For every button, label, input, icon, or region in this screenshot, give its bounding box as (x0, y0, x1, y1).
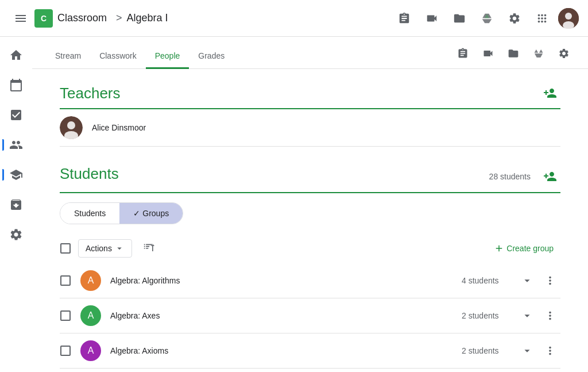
tab-actions (452, 43, 574, 68)
students-header: Students 28 students (60, 165, 560, 187)
app-logo: C (34, 9, 53, 28)
sidebar-item-archive[interactable] (2, 191, 30, 218)
group-more-button[interactable] (540, 305, 560, 326)
actions-dropdown[interactable]: Actions (78, 239, 132, 258)
breadcrumb-separator: > (116, 12, 122, 24)
students-divider (60, 192, 560, 193)
plus-icon (494, 243, 504, 254)
main-layout: Stream Classwork People Grades (0, 37, 588, 372)
actions-label: Actions (86, 244, 112, 253)
group-list: A Algebra: Algorithms 4 students A Algeb… (60, 263, 560, 369)
group-row: A Algebra: Algorithms 4 students (60, 263, 560, 298)
drive-tab-action-btn[interactable] (528, 43, 549, 64)
teachers-section-title: Teachers (60, 83, 560, 103)
sidebar-item-people[interactable] (2, 131, 30, 159)
menu-icon-button[interactable] (9, 7, 32, 30)
apps-icon-button[interactable] (531, 7, 554, 30)
create-group-label: Create group (506, 244, 554, 253)
teachers-title-text: Teachers (60, 85, 121, 102)
sidebar (0, 37, 32, 372)
add-teacher-button[interactable] (540, 83, 560, 103)
settings-icon-button[interactable] (503, 7, 526, 30)
group-actions (517, 305, 560, 326)
check-icon: ✓ (133, 209, 140, 218)
group-name: Algebra: Algorithms (110, 276, 452, 285)
group-row: A Algebra: Axioms 2 students (60, 333, 560, 369)
sidebar-item-home[interactable] (2, 41, 30, 69)
create-group-button[interactable]: Create group (487, 239, 560, 258)
folder-icon-button[interactable] (448, 7, 471, 30)
students-section: Students 28 students Students ✓Groups (60, 165, 560, 369)
more-vert-icon (544, 344, 556, 357)
sidebar-item-settings[interactable] (2, 221, 30, 248)
svg-point-4 (67, 121, 75, 129)
checkbox-visual (60, 346, 71, 356)
folder-tab-action-btn[interactable] (503, 43, 524, 64)
select-all-checkbox[interactable] (60, 243, 71, 254)
page-content: Teachers Alice Dinsmoor Students (32, 69, 588, 372)
topbar-icons (393, 7, 579, 30)
topbar: C Classroom > Algebra I (0, 0, 588, 37)
teacher-row: Alice Dinsmoor (60, 109, 560, 147)
group-more-button[interactable] (540, 340, 560, 361)
video-tab-action-btn[interactable] (478, 43, 498, 64)
chevron-down-icon (521, 309, 533, 322)
add-student-button[interactable] (540, 166, 560, 187)
group-icon: A (80, 305, 101, 326)
students-title-text: Students (60, 165, 119, 183)
tab-stream[interactable]: Stream (46, 44, 90, 69)
more-vert-icon (544, 274, 556, 287)
tab-classwork[interactable]: Classwork (90, 44, 146, 69)
toggle-groups-label: Groups (142, 209, 169, 218)
expand-group-button[interactable] (517, 305, 537, 326)
assignment-tab-action-btn[interactable] (452, 43, 473, 64)
chevron-down-icon (521, 344, 533, 357)
group-checkbox[interactable] (60, 310, 71, 321)
logo-letter: C (41, 14, 47, 23)
more-vert-icon (544, 309, 556, 322)
sort-az-button[interactable] (139, 238, 160, 259)
group-name: Algebra: Axes (110, 311, 452, 320)
group-checkbox[interactable] (60, 345, 71, 356)
video-icon-button[interactable] (420, 7, 443, 30)
checkbox-visual (60, 243, 71, 254)
teachers-section: Teachers Alice Dinsmoor (60, 83, 560, 147)
sidebar-active-indicator2 (2, 169, 4, 181)
actions-row: Actions Create group (60, 233, 560, 263)
settings-tab-action-btn[interactable] (554, 43, 574, 64)
group-icon: A (80, 270, 101, 291)
students-header-actions: 28 students (489, 166, 560, 187)
toggle-students-tab[interactable]: Students (60, 203, 119, 224)
teacher-avatar (60, 116, 83, 139)
group-count: 2 students (462, 346, 508, 355)
checkbox-visual (60, 275, 71, 286)
assignment-icon-button[interactable] (393, 7, 416, 30)
students-groups-toggle: Students ✓Groups (60, 202, 183, 224)
group-count: 4 students (462, 276, 508, 285)
dropdown-arrow-icon (114, 243, 125, 254)
sidebar-item-classes[interactable] (2, 161, 30, 189)
user-avatar[interactable] (558, 8, 579, 29)
group-icon: A (80, 340, 101, 361)
teacher-name: Alice Dinsmoor (92, 123, 146, 132)
sidebar-active-indicator (2, 139, 4, 151)
group-count: 2 students (462, 311, 508, 320)
toggle-groups-tab[interactable]: ✓Groups (119, 203, 183, 224)
tab-grades[interactable]: Grades (189, 44, 234, 69)
class-name: Algebra I (127, 12, 168, 24)
tab-bar: Stream Classwork People Grades (32, 37, 588, 69)
sidebar-item-calendar[interactable] (2, 71, 30, 99)
drive-icon-button[interactable] (475, 7, 498, 30)
expand-group-button[interactable] (517, 340, 537, 361)
group-more-button[interactable] (540, 270, 560, 291)
app-name: Classroom (57, 12, 107, 24)
chevron-down-icon (521, 274, 533, 287)
sidebar-item-todo[interactable] (2, 101, 30, 129)
content-area: Stream Classwork People Grades (32, 37, 588, 372)
group-actions (517, 270, 560, 291)
group-row: A Algebra: Axes 2 students (60, 298, 560, 333)
tab-people[interactable]: People (146, 44, 189, 69)
expand-group-button[interactable] (517, 270, 537, 291)
group-actions (517, 340, 560, 361)
group-checkbox[interactable] (60, 275, 71, 286)
